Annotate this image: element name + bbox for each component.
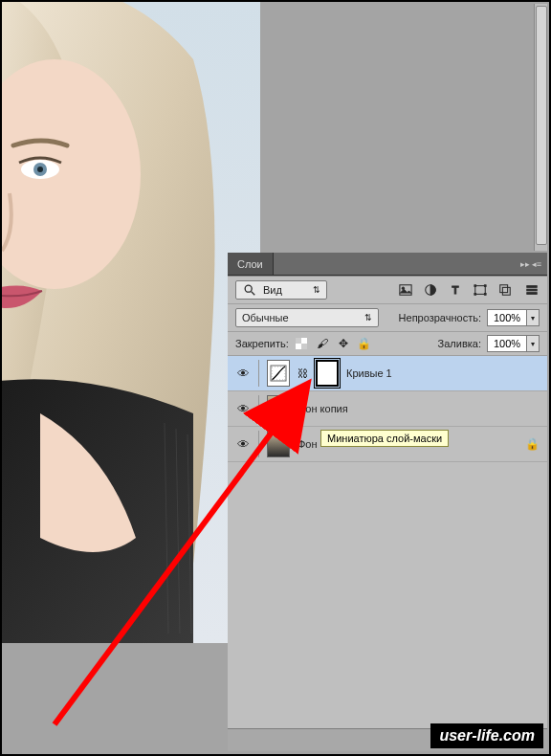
chevron-updown-icon: ⇅	[313, 285, 320, 295]
panel-collapse-buttons[interactable]: ▸▸◂≡	[515, 253, 547, 275]
filter-adjust-icon[interactable]	[423, 282, 438, 298]
layer-mask-thumbnail[interactable]	[316, 360, 339, 387]
opacity-label: Непрозрачность:	[399, 312, 481, 323]
lock-label: Закрепить:	[235, 338, 289, 349]
svg-rect-13	[484, 285, 486, 287]
filter-kind-label: Вид	[263, 284, 282, 296]
search-icon	[242, 282, 257, 298]
visibility-toggle[interactable]: 👁	[235, 437, 251, 452]
layer-row[interactable]: 👁 ⛓ Кривые 1	[228, 356, 547, 391]
portrait-image	[2, 2, 260, 643]
lock-all-icon[interactable]: 🔒	[358, 337, 371, 350]
svg-rect-7	[400, 285, 411, 296]
layer-thumbnail[interactable]	[267, 395, 290, 422]
svg-rect-17	[502, 287, 510, 295]
svg-point-5	[245, 285, 252, 292]
lock-transparency-icon[interactable]	[295, 337, 308, 350]
svg-rect-19	[527, 289, 538, 291]
svg-rect-15	[484, 294, 486, 296]
tooltip-layer-mask: Миниатюра слой-маски	[320, 430, 449, 447]
blend-opacity-row: Обычные ⇅ Непрозрачность: ▾	[228, 304, 547, 332]
filter-kind-select[interactable]: Вид ⇅	[235, 280, 327, 300]
svg-text:T: T	[452, 284, 459, 296]
tab-layers[interactable]: Слои	[228, 253, 274, 275]
chevron-updown-icon: ⇅	[364, 313, 372, 322]
panel-tabbar: Слои ▸▸◂≡	[228, 253, 547, 276]
layers-empty-area[interactable]	[228, 462, 547, 728]
lock-icon: 🔒	[525, 437, 540, 451]
layer-name[interactable]: Фон	[298, 438, 318, 450]
opacity-value[interactable]	[487, 309, 527, 326]
svg-rect-20	[527, 293, 538, 295]
panel-menu-icon[interactable]	[524, 282, 540, 298]
window-scrollbar[interactable]	[534, 4, 547, 251]
svg-point-4	[37, 167, 43, 172]
svg-rect-23	[301, 344, 307, 349]
visibility-toggle[interactable]: 👁	[235, 402, 251, 416]
lock-fill-row: Закрепить: 🖌 ✥ 🔒 Заливка: ▾	[228, 332, 547, 356]
opacity-stepper[interactable]: ▾	[526, 309, 540, 326]
layer-thumbnail[interactable]	[267, 431, 290, 457]
filter-text-icon[interactable]: T	[448, 282, 463, 298]
fill-input[interactable]: ▾	[487, 335, 540, 352]
visibility-toggle[interactable]: 👁	[235, 367, 251, 381]
fill-label: Заливка:	[438, 338, 481, 349]
watermark: user-life.com	[430, 723, 543, 748]
filter-type-icons: T	[398, 282, 513, 298]
blend-mode-value: Обычные	[242, 312, 289, 323]
tab-layers-label: Слои	[237, 258, 263, 270]
adjustment-thumbnail[interactable]	[267, 360, 290, 387]
layers-panel: Слои ▸▸◂≡ Вид ⇅ T	[228, 253, 547, 751]
svg-rect-12	[474, 285, 476, 287]
svg-line-6	[252, 292, 255, 296]
filter-smart-icon[interactable]	[497, 282, 513, 298]
filter-shape-icon[interactable]	[473, 282, 488, 298]
svg-rect-18	[527, 286, 538, 288]
blend-mode-select[interactable]: Обычные ⇅	[235, 308, 379, 327]
svg-rect-11	[475, 286, 486, 295]
layer-name[interactable]: Фон копия	[298, 403, 348, 414]
lock-move-icon[interactable]: ✥	[337, 337, 350, 350]
layer-row[interactable]: 👁 Фон копия	[228, 391, 547, 427]
layer-name[interactable]: Кривые 1	[346, 367, 392, 379]
fill-value[interactable]	[487, 335, 527, 352]
fill-stepper[interactable]: ▾	[526, 335, 540, 352]
svg-rect-16	[500, 285, 508, 293]
svg-rect-14	[474, 294, 476, 296]
lock-paint-icon[interactable]: 🖌	[316, 337, 329, 350]
filter-pixel-icon[interactable]	[398, 282, 413, 298]
layer-filter-row: Вид ⇅ T	[228, 277, 547, 304]
svg-rect-22	[296, 338, 301, 344]
document-canvas[interactable]	[2, 2, 260, 643]
opacity-input[interactable]: ▾	[487, 309, 540, 326]
link-icon[interactable]: ⛓	[298, 367, 308, 379]
